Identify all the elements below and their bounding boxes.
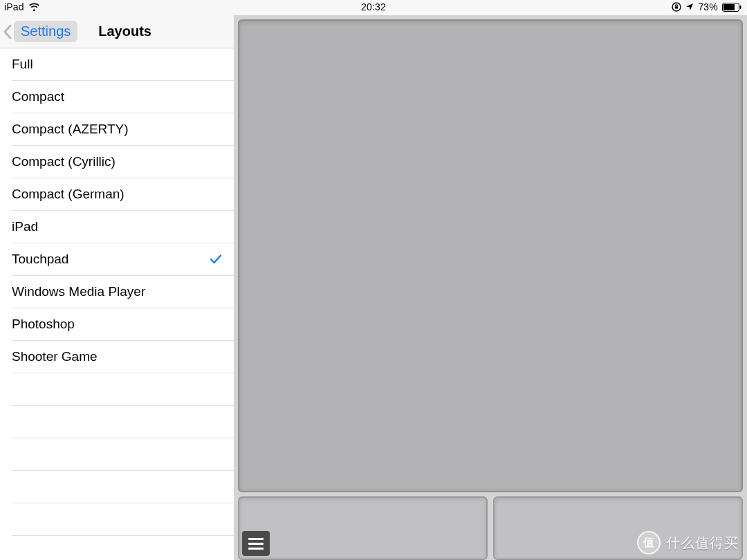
svg-rect-4 (740, 6, 741, 9)
layout-label: Compact (Cyrillic) (12, 154, 116, 169)
layout-row-compact-cyrillic[interactable]: Compact (Cyrillic) (12, 146, 234, 178)
layout-row-shooter[interactable]: Shooter Game (12, 341, 234, 373)
page-title: Layouts (98, 24, 151, 39)
menu-button[interactable] (242, 531, 270, 556)
back-button[interactable]: Settings (0, 21, 80, 42)
list-divider (12, 471, 234, 503)
layout-label: Full (12, 57, 33, 72)
layout-row-compact-german[interactable]: Compact (German) (12, 178, 234, 211)
list-divider (12, 406, 234, 438)
list-divider (12, 373, 234, 406)
status-time: 20:32 (361, 1, 386, 12)
battery-percent: 73% (698, 1, 718, 12)
watermark-text: 什么值得买 (666, 534, 739, 552)
wifi-icon (28, 3, 40, 12)
chevron-left-icon (1, 24, 14, 39)
nav-header: Settings Layouts (0, 15, 234, 48)
layout-label: Shooter Game (12, 349, 98, 364)
back-label: Settings (14, 21, 77, 42)
list-divider (12, 438, 234, 471)
status-bar: iPad 20:32 73% (0, 0, 747, 15)
layout-row-touchpad[interactable]: Touchpad (12, 243, 234, 276)
layout-label: Windows Media Player (12, 284, 145, 299)
location-icon (685, 3, 694, 11)
layout-row-photoshop[interactable]: Photoshop (12, 308, 234, 341)
layout-row-compact-azerty[interactable]: Compact (AZERTY) (12, 113, 234, 146)
list-divider (12, 503, 234, 536)
watermark: 值 什么值得买 (637, 531, 739, 554)
layout-label: Touchpad (12, 252, 68, 267)
layout-label: iPad (12, 219, 38, 234)
layout-label: Compact (German) (12, 187, 124, 202)
svg-rect-1 (675, 6, 678, 8)
device-label: iPad (4, 1, 24, 12)
trackpad-surface[interactable] (238, 19, 743, 492)
layout-label: Photoshop (12, 317, 75, 332)
layout-row-ipad[interactable]: iPad (12, 211, 234, 243)
orientation-lock-icon (672, 2, 681, 12)
hamburger-icon (248, 538, 264, 550)
layout-row-full[interactable]: Full (12, 48, 234, 81)
layout-row-wmp[interactable]: Windows Media Player (12, 276, 234, 308)
watermark-badge: 值 (637, 531, 661, 554)
left-mouse-button[interactable] (238, 496, 488, 560)
layout-row-compact[interactable]: Compact (12, 81, 234, 113)
layouts-list[interactable]: Full Compact Compact (AZERTY) Compact (C… (0, 48, 234, 560)
svg-rect-3 (723, 4, 735, 10)
touchpad-preview (234, 15, 747, 560)
checkmark-icon (210, 254, 221, 264)
layout-label: Compact (12, 89, 64, 104)
battery-icon (722, 3, 741, 12)
list-divider (12, 536, 234, 560)
layout-label: Compact (AZERTY) (12, 122, 129, 137)
